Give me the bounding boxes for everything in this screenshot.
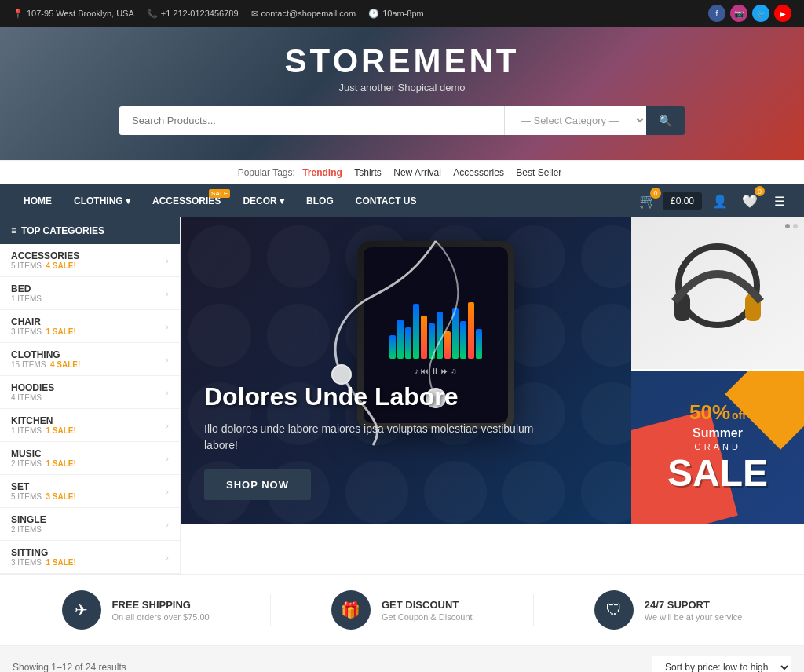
instagram-icon[interactable]: 📷 xyxy=(730,5,747,22)
category-bed[interactable]: BED 1 ITEMS › xyxy=(0,277,180,310)
sale-percent: 50%off xyxy=(667,400,768,425)
email: ✉ contact@shopemail.com xyxy=(251,9,356,19)
twitter-icon[interactable]: 🐦 xyxy=(752,5,769,22)
chevron-right-icon: › xyxy=(166,388,169,397)
hero-background: ♪ ⏮ ⏸ ⏭ ♫ Dolores Unde Labore Illo dolor… xyxy=(181,217,631,524)
popular-tags-label: Popular Tags: xyxy=(238,167,295,178)
sort-select[interactable]: Sort by price: low to high xyxy=(652,656,791,672)
search-input[interactable] xyxy=(119,106,504,135)
headphones-banner xyxy=(631,217,804,371)
shipping-icon: ✈ xyxy=(62,590,101,630)
chevron-right-icon: › xyxy=(166,553,169,562)
side-banners: 50%off Summer GRAND SALE xyxy=(631,217,804,574)
chevron-right-icon: › xyxy=(166,421,169,430)
category-chair[interactable]: CHAIR 3 ITEMS 1 SALE! › xyxy=(0,310,180,343)
categories-sidebar: ≡ TOP CATEGORIES ACCESSORIES 5 ITEMS 4 S… xyxy=(0,217,181,574)
feature-support: 🛡 24/7 SUPORT We will be at your service xyxy=(594,590,743,630)
youtube-icon[interactable]: ▶ xyxy=(774,5,791,22)
tag-trending[interactable]: Trending xyxy=(302,167,342,178)
features-bar: ✈ FREE SHIPPING On all orders over $75.0… xyxy=(0,574,804,646)
hours: 🕐 10am-8pm xyxy=(368,9,424,19)
results-count: Showing 1–12 of 24 results xyxy=(13,662,126,672)
facebook-icon[interactable]: f xyxy=(708,5,725,22)
menu-icon[interactable]: ☰ xyxy=(768,189,791,213)
hero-banner: ♪ ⏮ ⏸ ⏭ ♫ Dolores Unde Labore Illo dolor… xyxy=(181,217,631,574)
sale-grand: GRAND xyxy=(667,442,768,451)
sale-banner: 50%off Summer GRAND SALE xyxy=(631,371,804,524)
support-icon: 🛡 xyxy=(594,590,634,630)
category-kitchen[interactable]: KITCHEN 1 ITEMS 1 SALE! › xyxy=(0,409,180,442)
feature-discount: 🎁 GET DISCOUNT Get Coupon & Discount xyxy=(331,590,473,630)
nav-contact[interactable]: CONTACT US xyxy=(345,184,428,217)
chevron-right-icon: › xyxy=(166,256,169,265)
support-desc: We will be at your service xyxy=(645,612,743,622)
discount-icon: 🎁 xyxy=(331,590,371,630)
search-bar: — Select Category — 🔍 xyxy=(119,106,685,135)
feature-shipping: ✈ FREE SHIPPING On all orders over $75.0… xyxy=(62,590,210,630)
wishlist-icon[interactable]: 🤍 0 xyxy=(738,189,762,213)
chevron-right-icon: › xyxy=(166,454,169,463)
category-hoodies[interactable]: HOODIES 4 ITEMS › xyxy=(0,376,180,409)
discount-title: GET DISCOUNT xyxy=(382,599,473,611)
products-section: Showing 1–12 of 24 results Sort by price… xyxy=(0,646,804,672)
discount-desc: Get Coupon & Discount xyxy=(382,612,473,622)
address: 📍 107-95 West Brooklyn, USA xyxy=(13,9,134,19)
account-icon[interactable]: 👤 xyxy=(708,189,732,213)
phone: 📞 +1 212-0123456789 xyxy=(147,9,239,19)
nav-blog[interactable]: BLOG xyxy=(295,184,345,217)
cart-count: 0 xyxy=(650,188,661,199)
nav-decor[interactable]: DECOR ▾ xyxy=(232,184,295,217)
dot-1 xyxy=(785,224,790,228)
chevron-right-icon: › xyxy=(166,520,169,529)
top-bar-info: 📍 107-95 West Brooklyn, USA 📞 +1 212-012… xyxy=(13,9,424,19)
chevron-right-icon: › xyxy=(166,487,169,496)
category-select[interactable]: — Select Category — xyxy=(505,106,646,135)
tag-accessories[interactable]: Accessories xyxy=(453,167,504,178)
sale-badge: SALE xyxy=(209,189,230,198)
chevron-right-icon: › xyxy=(166,322,169,331)
category-music[interactable]: MUSIC 2 ITEMS 1 SALE! › xyxy=(0,442,180,475)
svg-point-0 xyxy=(332,365,351,384)
search-button[interactable]: 🔍 xyxy=(646,106,685,135)
hero-text-content: Dolores Unde Labore Illo dolores unde la… xyxy=(204,382,534,500)
nav-clothing[interactable]: CLOTHING ▾ xyxy=(63,184,141,217)
support-title: 24/7 SUPORT xyxy=(645,599,743,611)
cart-total[interactable]: £0.00 xyxy=(663,192,702,210)
tag-tshirts[interactable]: Tshirts xyxy=(354,167,382,178)
nav-cart-area: 🛒 0 £0.00 👤 🤍 0 ☰ xyxy=(639,189,791,213)
cart-icon[interactable]: 🛒 0 xyxy=(639,192,656,210)
main-nav: HOME CLOTHING ▾ ACCESSORIES SALE DECOR ▾… xyxy=(0,184,804,217)
sale-word: SALE xyxy=(667,451,768,495)
popular-tags-bar: Popular Tags: Trending Tshirts New Arriv… xyxy=(0,160,804,184)
category-clothing[interactable]: CLOTHING 15 ITEMS 4 SALE! › xyxy=(0,343,180,376)
shop-now-button[interactable]: SHOP NOW xyxy=(204,469,311,500)
sale-content: 50%off Summer GRAND SALE xyxy=(667,400,768,495)
chevron-right-icon: › xyxy=(166,355,169,364)
results-bar: Showing 1–12 of 24 results Sort by price… xyxy=(13,646,791,672)
category-single[interactable]: SINGLE 2 ITEMS › xyxy=(0,508,180,541)
tag-best-seller[interactable]: Best Seller xyxy=(516,167,561,178)
shipping-desc: On all orders over $75.00 xyxy=(112,612,210,622)
feature-sep-1 xyxy=(270,594,271,626)
feature-sep-2 xyxy=(533,594,534,626)
chevron-right-icon: › xyxy=(166,289,169,298)
nav-accessories[interactable]: ACCESSORIES SALE xyxy=(141,184,232,217)
hero-title: Dolores Unde Labore xyxy=(204,382,534,411)
site-header: STOREMENT Just another Shopical demo — S… xyxy=(0,27,804,160)
dot-2 xyxy=(793,224,798,228)
top-bar: 📍 107-95 West Brooklyn, USA 📞 +1 212-012… xyxy=(0,0,804,27)
nav-home[interactable]: HOME xyxy=(13,184,63,217)
list-icon: ≡ xyxy=(11,225,16,236)
store-name: STOREMENT xyxy=(13,42,791,80)
social-links: f 📷 🐦 ▶ xyxy=(708,5,791,22)
tag-new-arrival[interactable]: New Arrival xyxy=(393,167,441,178)
shipping-title: FREE SHIPPING xyxy=(112,599,210,611)
category-set[interactable]: SET 5 ITEMS 3 SALE! › xyxy=(0,475,180,508)
banner-dots xyxy=(785,224,798,228)
category-sitting[interactable]: SITTING 3 ITEMS 1 SALE! › xyxy=(0,541,180,574)
main-content: ≡ TOP CATEGORIES ACCESSORIES 5 ITEMS 4 S… xyxy=(0,217,804,574)
category-accessories[interactable]: ACCESSORIES 5 ITEMS 4 SALE! › xyxy=(0,244,180,277)
sale-summer: Summer xyxy=(667,426,768,440)
wishlist-count: 0 xyxy=(755,186,765,196)
hero-description: Illo dolores unde labore maiores ipsa vo… xyxy=(204,421,534,454)
